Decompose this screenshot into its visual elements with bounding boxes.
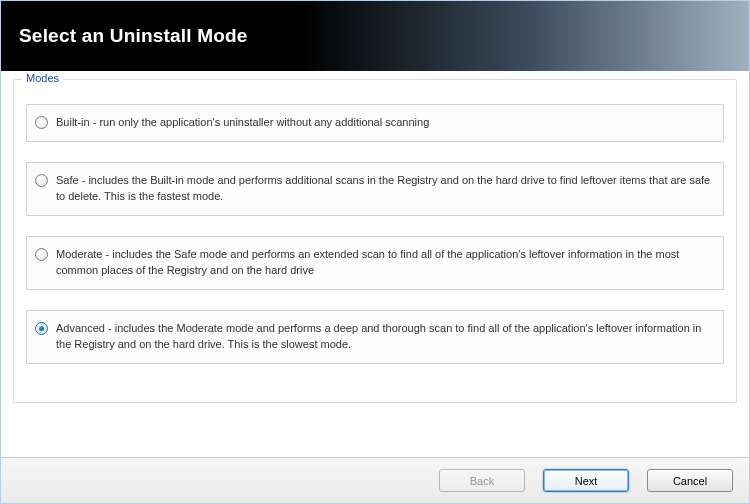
option-label-moderate: Moderate - includes the Safe mode and pe… [56,247,713,279]
radio-safe[interactable] [35,174,48,187]
option-advanced[interactable]: Advanced - includes the Moderate mode an… [26,310,724,364]
radio-moderate[interactable] [35,248,48,261]
radio-builtin[interactable] [35,116,48,129]
option-safe[interactable]: Safe - includes the Built-in mode and pe… [26,162,724,216]
cancel-button[interactable]: Cancel [647,469,733,492]
dialog-footer: Back Next Cancel [1,457,749,503]
modes-groupbox: Modes Built-in - run only the applicatio… [13,79,737,403]
option-label-safe: Safe - includes the Built-in mode and pe… [56,173,713,205]
option-builtin[interactable]: Built-in - run only the application's un… [26,104,724,142]
option-label-advanced: Advanced - includes the Moderate mode an… [56,321,713,353]
option-moderate[interactable]: Moderate - includes the Safe mode and pe… [26,236,724,290]
content-area: Modes Built-in - run only the applicatio… [1,71,749,403]
next-button[interactable]: Next [543,469,629,492]
back-button[interactable]: Back [439,469,525,492]
dialog-header: Select an Uninstall Mode [1,1,749,71]
page-title: Select an Uninstall Mode [19,25,248,47]
groupbox-label: Modes [22,72,63,84]
radio-advanced[interactable] [35,322,48,335]
option-label-builtin: Built-in - run only the application's un… [56,115,429,131]
